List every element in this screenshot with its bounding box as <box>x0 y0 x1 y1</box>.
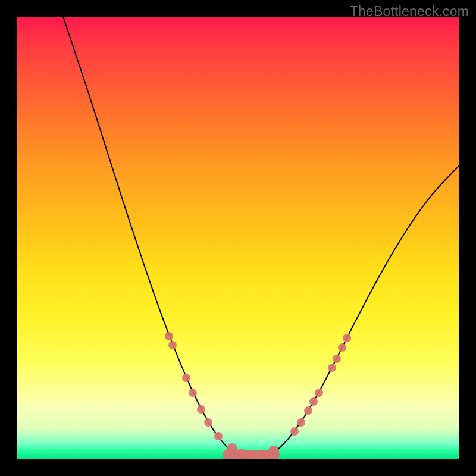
data-dot <box>168 341 177 349</box>
chart-svg <box>17 17 459 459</box>
data-dot <box>227 443 237 454</box>
data-dot <box>343 334 351 342</box>
data-dot <box>338 343 346 352</box>
data-dot <box>189 389 197 397</box>
data-dot <box>268 446 279 456</box>
data-dot <box>328 364 336 372</box>
data-dot <box>204 418 212 427</box>
data-dot <box>315 389 323 397</box>
data-dot <box>236 449 246 459</box>
data-dot <box>165 332 173 340</box>
data-dot <box>290 427 299 436</box>
data-dot <box>309 397 318 406</box>
data-dot <box>214 432 223 440</box>
data-dot <box>197 405 205 414</box>
left-curve <box>63 17 246 459</box>
data-dot <box>333 355 341 363</box>
right-curve <box>264 165 459 459</box>
chart-frame: TheBottleneck.com <box>0 0 476 476</box>
data-dot <box>297 418 305 427</box>
data-dot <box>304 406 312 415</box>
data-dot <box>182 374 190 382</box>
watermark-text: TheBottleneck.com <box>350 4 469 20</box>
data-dots <box>165 332 351 459</box>
